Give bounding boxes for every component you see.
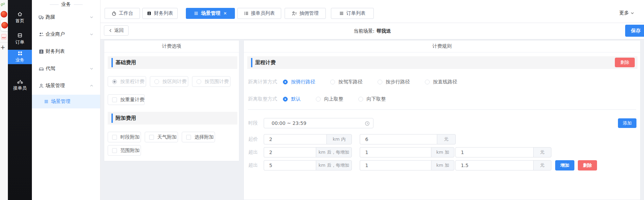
sidebar-item-orders[interactable]: 订单 [8, 32, 32, 46]
section-extra-fee: 附加费用 [108, 112, 237, 125]
tab-rider-list[interactable]: 接单员列表 [237, 8, 281, 19]
exceed-distance-group: km 后，每增加 [264, 160, 352, 170]
checkbox-icon [149, 135, 154, 140]
people-icon [38, 32, 44, 37]
section-title: 里程计费 [255, 56, 276, 69]
unit-km-add: km 加 [431, 160, 454, 170]
base-distance-input[interactable] [264, 134, 326, 144]
checkbox-time-extra[interactable]: 时段附加 [108, 132, 141, 142]
checkbox-range-extra[interactable]: 范围附加 [108, 145, 141, 156]
menu-header: 业务 [32, 1, 100, 8]
add-tier-button[interactable]: 增加 [555, 160, 574, 170]
time-range-value[interactable] [272, 118, 357, 128]
radio-straight-route[interactable]: 按直线路径 [425, 79, 457, 85]
list-icon [339, 11, 344, 16]
row-label: 超出 [248, 162, 258, 168]
section-accent-bar [111, 58, 113, 67]
more-dropdown[interactable]: 更多 [619, 10, 634, 16]
tab-label: 场景管理 [201, 10, 220, 16]
checkbox-select-extra[interactable]: 选择附加 [182, 132, 215, 142]
exceed-step-group: km 加 [360, 160, 454, 170]
radio-driving-route[interactable]: 按驾车路径 [330, 79, 362, 85]
business-submenu-panel: 业务 跑腿 企业商户 财务列表 代驾 [32, 0, 100, 200]
current-scene: 当前场景: 帮我送 [100, 23, 644, 39]
plus-icon[interactable]: + [0, 44, 5, 51]
radio-walking-route[interactable]: 按步行路径 [378, 79, 410, 85]
exceed-step-input[interactable] [360, 160, 431, 170]
exceed-distance-group: km 后，每增加 [264, 147, 352, 157]
section-accent-bar [111, 114, 113, 123]
chevron-down-icon [90, 15, 94, 19]
time-range-row: 时段 添加 [244, 118, 640, 128]
content-area: 计费选项 基础费用 按里程计费 按区间计费 按范围计费 [100, 39, 644, 200]
radio-round-down[interactable]: 向下取整 [358, 96, 386, 102]
base-price-row: 起价 km 内 元 [244, 134, 640, 144]
radio-by-interval[interactable]: 按区间计费 [150, 76, 188, 87]
tab-finance-list[interactable]: 财务列表 [142, 8, 178, 19]
billing-rules-panel: 计费规则 里程计费 删除 距离计算方式 按骑行路径 按驾车路径 [243, 40, 641, 200]
menu-item-errand[interactable]: 跑腿 [32, 13, 100, 21]
row-label: 距离计算方式 [248, 79, 277, 85]
tab-commission[interactable]: 抽佣管理 [285, 8, 326, 19]
tab-scene-management[interactable]: 场景管理 ✕ [186, 8, 235, 19]
background-window-strip: go PDF + [0, 0, 8, 200]
sidebar-item-home[interactable]: 首页 [8, 10, 32, 25]
sidebar-item-label: 业务 [15, 57, 24, 63]
sidebar-item-label: 首页 [15, 18, 24, 24]
radio-icon [316, 97, 321, 102]
sidebar-item-label: 接单员 [13, 85, 27, 91]
close-icon[interactable]: ✕ [223, 11, 227, 16]
exceed-amount-group: 元 [455, 160, 551, 170]
red-app-icon-card[interactable] [1, 20, 8, 31]
scene-label: 当前场景: [354, 28, 374, 34]
pdf-file-icon[interactable]: PDF [1, 34, 7, 40]
list-bullets-icon [244, 11, 249, 16]
section-base-fee: 基础费用 [108, 56, 237, 69]
scene-toolbar: 返回 当前场景: 帮我送 保存 [100, 23, 644, 39]
checkbox-by-weight[interactable]: 按重量计费 [108, 94, 145, 105]
rider-bike-icon [17, 79, 23, 84]
radio-icon [330, 80, 335, 84]
unit-km-after-each: km 后，每增加 [316, 147, 352, 157]
sidebar-item-business[interactable]: 业务 [8, 50, 32, 64]
red-app-icon[interactable] [1, 22, 8, 28]
exceed-step-input[interactable] [360, 147, 431, 157]
exceed-amount-input[interactable] [455, 160, 533, 170]
menu-item-finance[interactable]: 财务列表 [32, 47, 100, 56]
checkbox-weather-extra[interactable]: 天气附加 [145, 132, 178, 142]
radio-round-default[interactable]: 默认 [283, 96, 301, 102]
chevron-down-icon [630, 11, 634, 15]
unit-yuan: 元 [533, 147, 551, 157]
radio-by-range[interactable]: 按范围计费 [192, 76, 230, 87]
more-label: 更多 [619, 10, 629, 16]
delete-rule-button[interactable]: 删除 [615, 58, 635, 67]
base-amount-input[interactable] [360, 134, 437, 144]
tab-workbench[interactable]: 工作台 [105, 8, 140, 19]
exceed-amount-group: 元 [455, 147, 551, 157]
exceed-distance-input[interactable] [264, 160, 316, 170]
panel-title: 计费选项 [104, 40, 239, 52]
base-distance-group: km 内 [264, 134, 352, 144]
menu-item-enterprise[interactable]: 企业商户 [32, 30, 100, 38]
exceed-amount-input[interactable] [455, 147, 533, 157]
radio-by-mileage[interactable]: 按里程计费 [108, 76, 146, 87]
tab-order-list[interactable]: 订单列表 [331, 8, 374, 19]
menu-item-scene[interactable]: 场景管理 [32, 82, 100, 90]
panel-title: 计费规则 [244, 40, 640, 52]
radio-riding-route[interactable]: 按骑行路径 [283, 79, 315, 85]
time-range-input[interactable] [264, 118, 373, 128]
red-app-icon[interactable] [1, 11, 7, 17]
sidebar-item-rider[interactable]: 接单员 [8, 78, 32, 92]
menu-item-driving[interactable]: 代驾 [32, 64, 100, 73]
radio-round-up[interactable]: 向上取整 [316, 96, 343, 102]
unit-yuan: 元 [437, 134, 456, 144]
save-button[interactable]: 保存 [625, 25, 644, 37]
delete-tier-button[interactable]: 删除 [578, 160, 597, 170]
submenu-item-scene-management[interactable]: 场景管理 [32, 95, 100, 108]
exceed-distance-input[interactable] [264, 147, 316, 157]
tab-bar: 工作台 财务列表 场景管理 ✕ 接单员列表 抽佣管理 [100, 0, 644, 23]
menu-item-label: 财务列表 [46, 48, 65, 55]
distance-round-row: 距离取整方式 默认 向上取整 向下取整 [244, 94, 640, 104]
grid-icon [17, 51, 23, 56]
add-time-button[interactable]: 添加 [618, 118, 636, 128]
